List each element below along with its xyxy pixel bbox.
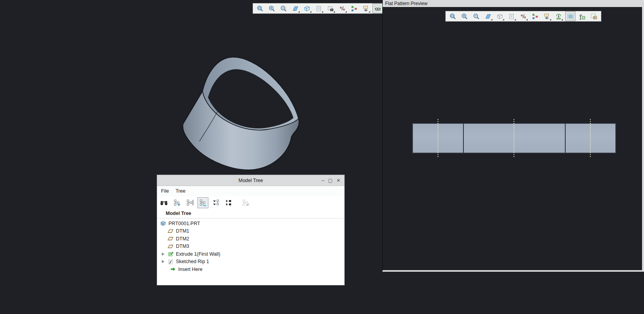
view-manager-icon[interactable] [373,4,383,13]
ring-model[interactable] [176,51,306,176]
close-button[interactable]: ✕ [336,178,340,183]
show-annotations-icon[interactable] [542,11,552,21]
flat-pattern-preview-window: Flat Pattern Preview [382,0,644,272]
zoom-in-icon[interactable] [459,11,470,21]
graphics-toolbar [253,3,397,14]
tree-options-icon[interactable] [197,197,208,208]
bend-line [438,119,438,158]
find-icon[interactable] [159,197,170,208]
datum-plane-icon [168,244,174,249]
expand-caret-icon[interactable] [160,260,168,263]
datum-display-icon[interactable] [337,4,347,13]
tree-item-label: DTM1 [176,228,189,234]
tree-item-label: DTM2 [176,236,189,242]
annotation-display-icon[interactable] [349,4,359,13]
tree-item-part[interactable]: PRT0001.PRT [157,220,344,227]
repaint-icon[interactable] [290,4,300,13]
image-capture-icon[interactable] [326,4,336,13]
bend-line [590,119,591,158]
rip-line [463,124,464,153]
show-annotations-icon[interactable] [361,4,371,13]
display-style-icon[interactable] [495,11,505,21]
flat-pattern-title: Flat Pattern Preview [385,1,427,6]
tree-item-label: Extrude 1(First Wall) [176,251,220,257]
tree-item-dtm1[interactable]: DTM1 [157,227,344,235]
datum-display-icon[interactable] [518,11,528,21]
model-tree-titlebar: Model Tree – ▢ ✕ [157,175,344,186]
tree-item-sketched-rip[interactable]: Sketched Rip 1 [157,258,344,266]
model-tree-header: Model Tree [157,209,344,218]
zoom-out-icon[interactable] [471,11,481,21]
extrude-icon [168,251,174,257]
bend-table-icon[interactable] [589,11,599,21]
flat-pattern-toolbar [445,11,601,22]
repaint-icon[interactable] [483,11,493,21]
tree-item-dtm2[interactable]: DTM2 [157,235,344,243]
bend-notes-icon[interactable] [554,11,564,21]
minimize-button[interactable]: – [322,178,324,183]
model-tree-window: Model Tree – ▢ ✕ File Tree [157,175,345,285]
model-tree-title: Model Tree [157,178,344,183]
collapse-all-icon[interactable] [210,197,221,208]
model-tree-toolbar [157,196,344,209]
expand-all-icon[interactable] [223,197,234,208]
zoom-out-icon[interactable] [279,4,289,13]
datum-plane-icon [168,228,174,234]
model-tree-menubar: File Tree [157,186,344,196]
menu-tree[interactable]: Tree [175,188,185,194]
bend-line [514,119,514,158]
filters-icon[interactable] [172,197,183,208]
tree-item-label: PRT0001.PRT [168,221,200,226]
menu-file[interactable]: File [161,188,169,194]
tree-columns-icon[interactable] [185,197,195,208]
dimensions-icon[interactable] [577,11,587,21]
datum-plane-icon [168,236,174,242]
cad-graphics-area[interactable]: Flat Pattern Preview [0,0,644,314]
zoom-in-icon[interactable] [267,4,277,13]
show-hidden-icon[interactable] [241,197,251,208]
expand-caret-icon[interactable] [160,252,168,256]
zoom-region-icon[interactable] [448,11,458,21]
display-style-icon[interactable] [302,4,312,13]
saved-views-icon[interactable] [507,11,517,21]
sketched-rip-icon [168,259,174,265]
zoom-region-icon[interactable] [255,4,265,13]
insert-here-icon [170,266,176,272]
model-tree-list: PRT0001.PRT DTM1 DTM2 DTM3 [157,218,344,285]
tree-item-label: Insert Here [178,267,203,272]
tree-item-label: Sketched Rip 1 [176,259,209,264]
saved-views-icon[interactable] [314,4,324,13]
tree-item-label: DTM3 [176,244,189,249]
flat-pattern-viewport[interactable] [383,7,642,270]
annotation-display-icon[interactable] [530,11,540,21]
rip-line [565,124,566,153]
tree-item-insert-here[interactable]: Insert Here [157,265,344,273]
flat-pattern-titlebar: Flat Pattern Preview [383,0,642,7]
tree-item-dtm3[interactable]: DTM3 [157,243,344,251]
part-icon [160,220,166,226]
maximize-button[interactable]: ▢ [328,178,333,183]
tree-item-extrude[interactable]: Extrude 1(First Wall) [157,250,344,258]
flat-pattern-icon[interactable] [565,11,575,21]
